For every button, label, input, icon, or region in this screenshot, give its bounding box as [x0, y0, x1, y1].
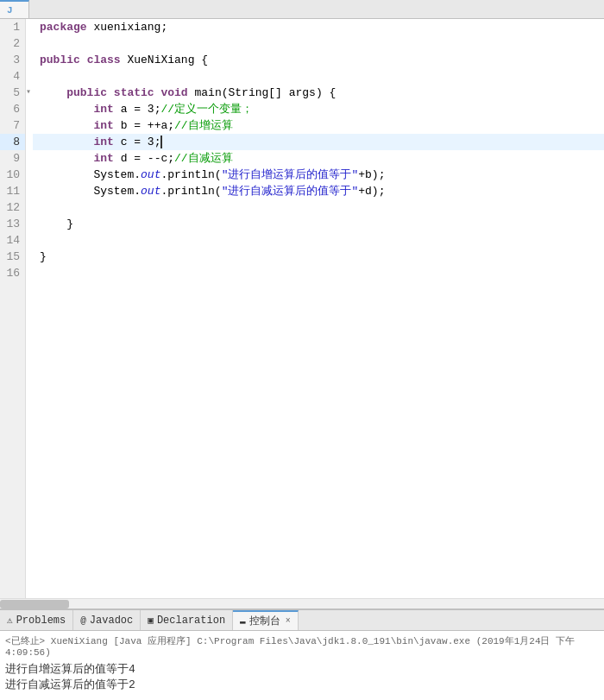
keyword: package — [40, 21, 87, 34]
code-text: .println( — [160, 185, 221, 198]
left-indicator: ▾ — [26, 19, 33, 598]
code-text: b = ++a; — [114, 119, 174, 132]
bottom-tab-declaration[interactable]: ▣Declaration — [141, 610, 233, 630]
console-output-line: 进行自减运算后的值等于2 — [5, 677, 599, 692]
code-text: XueNiXiang { — [121, 54, 208, 66]
line-number-8: 8 — [0, 134, 25, 150]
indicator-13 — [26, 216, 33, 232]
indicator-1 — [26, 19, 33, 35]
console-area: <已终止> XueNiXiang [Java 应用程序] C:\Program … — [0, 631, 604, 700]
code-line-5[interactable]: public static void main(String[] args) { — [33, 85, 604, 101]
comment: //定义一个变量； — [160, 103, 253, 116]
keyword: void — [160, 86, 187, 99]
code-text — [40, 86, 66, 99]
code-text — [40, 103, 93, 116]
indicator-14 — [26, 232, 33, 249]
keyword: int — [93, 103, 113, 116]
indicator-11 — [26, 183, 33, 199]
bottom-tab-label-problems: Problems — [16, 615, 66, 627]
keyword: int — [93, 119, 113, 132]
line-number-7: 7 — [0, 117, 25, 134]
indicator-15 — [26, 249, 33, 265]
indicator-16 — [26, 265, 33, 281]
code-line-13[interactable]: } — [33, 216, 604, 232]
code-line-14[interactable] — [33, 232, 604, 249]
line-number-4: 4 — [0, 68, 25, 85]
indicator-3 — [26, 52, 33, 68]
code-line-9[interactable]: int d = --c;//自减运算 — [33, 150, 604, 167]
code-text — [40, 136, 93, 148]
keyword: int — [93, 136, 113, 148]
indicator-10 — [26, 167, 33, 183]
console-header: <已终止> XueNiXiang [Java 应用程序] C:\Program … — [5, 634, 599, 658]
line-number-15: 15 — [0, 249, 25, 265]
line-number-10: 10 — [0, 167, 25, 183]
out-keyword: out — [141, 185, 160, 198]
code-text: +b); — [358, 168, 385, 181]
code-text: d = --c; — [114, 152, 174, 165]
code-line-2[interactable] — [33, 35, 604, 52]
code-text: } — [40, 250, 47, 263]
code-text: } — [40, 218, 73, 230]
out-keyword: out — [141, 168, 160, 181]
text-cursor — [160, 136, 169, 148]
keyword: class — [87, 54, 121, 66]
tab-bar: J — [0, 0, 604, 19]
line-number-11: 11 — [0, 183, 25, 199]
horizontal-scrollbar[interactable] — [0, 598, 604, 609]
keyword: int — [93, 152, 113, 165]
code-line-8[interactable]: int c = 3; — [33, 134, 604, 150]
keyword: public — [66, 86, 107, 99]
indicator-6 — [26, 101, 33, 117]
code-lines[interactable]: package xuenixiang; public class XueNiXi… — [33, 19, 604, 598]
line-number-6: 6 — [0, 101, 25, 117]
code-line-4[interactable] — [33, 68, 604, 85]
code-line-1[interactable]: package xuenixiang; — [33, 19, 604, 35]
console-output: 进行自增运算后的值等于4进行自减运算后的值等于2 — [5, 661, 599, 692]
bottom-tab-label-declaration: Declaration — [157, 615, 225, 627]
line-number-13: 13 — [0, 216, 25, 232]
code-line-6[interactable]: int a = 3;//定义一个变量； — [33, 101, 604, 117]
bottom-panel: ⚠Problems@Javadoc▣Declaration▬控制台× <已终止>… — [0, 609, 604, 700]
code-text — [40, 119, 93, 132]
indicator-2 — [26, 35, 33, 52]
line-number-9: 9 — [0, 150, 25, 167]
console-icon: ▬ — [240, 616, 246, 627]
indicator-12 — [26, 199, 33, 216]
code-line-15[interactable]: } — [33, 249, 604, 265]
problems-icon: ⚠ — [7, 615, 13, 626]
scrollbar-thumb[interactable] — [0, 600, 69, 609]
bottom-tab-close-console[interactable]: × — [286, 616, 291, 626]
code-line-12[interactable] — [33, 199, 604, 216]
code-text — [107, 86, 114, 99]
bottom-tab-problems[interactable]: ⚠Problems — [0, 610, 73, 630]
code-line-16[interactable] — [33, 265, 604, 281]
code-line-7[interactable]: int b = ++a;//自增运算 — [33, 117, 604, 134]
bottom-tab-javadoc[interactable]: @Javadoc — [73, 610, 141, 630]
indicator-8 — [26, 134, 33, 150]
indicator-9 — [26, 150, 33, 167]
line-numbers: 12345678910111213141516 — [0, 19, 26, 598]
code-text: a = 3; — [114, 103, 161, 116]
string-literal: "进行自减运算后的值等于" — [222, 185, 359, 198]
bottom-tab-console[interactable]: ▬控制台× — [233, 610, 299, 630]
line-number-1: 1 — [0, 19, 25, 35]
indicator-4 — [26, 68, 33, 85]
code-line-10[interactable]: System.out.println("进行自增运算后的值等于"+b); — [33, 167, 604, 183]
keyword: static — [114, 86, 154, 99]
code-line-11[interactable]: System.out.println("进行自减运算后的值等于"+d); — [33, 183, 604, 199]
code-line-3[interactable]: public class XueNiXiang { — [33, 52, 604, 68]
code-text: .println( — [160, 168, 221, 181]
line-number-16: 16 — [0, 265, 25, 281]
java-file-icon: J — [7, 5, 13, 16]
editor-tab[interactable]: J — [0, 0, 29, 18]
code-container: 12345678910111213141516 ▾ package xuenix… — [0, 19, 604, 598]
code-text — [40, 152, 93, 165]
line-number-2: 2 — [0, 35, 25, 52]
bottom-tab-bar: ⚠Problems@Javadoc▣Declaration▬控制台× — [0, 610, 604, 631]
editor-area: 12345678910111213141516 ▾ package xuenix… — [0, 19, 604, 609]
code-text: xuenixiang; — [87, 21, 168, 34]
code-text: System. — [40, 185, 141, 198]
code-text: System. — [40, 168, 141, 181]
comment: //自减运算 — [174, 152, 233, 165]
